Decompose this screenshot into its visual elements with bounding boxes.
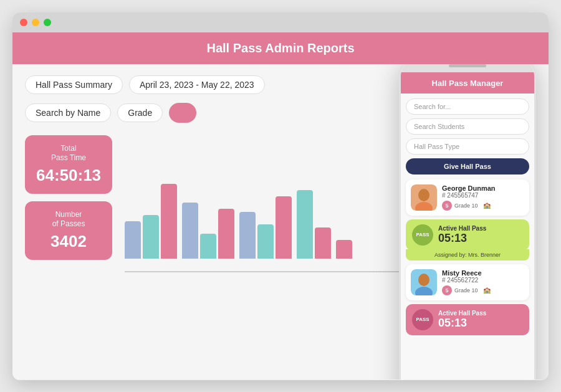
number-of-passes-card: Numberof Passes 3402 [25,201,112,260]
student-card-george[interactable]: George Dunman # 245565747 5 Grade 10 🏫 [406,179,529,216]
bar-group [125,184,177,259]
pass-card-pink: PASS Active Hall Pass 05:13 [406,304,529,335]
teal-bar [257,224,274,259]
total-pass-time-card: TotalPass Time 64:50:13 [25,135,112,194]
pink-bar [161,184,177,259]
app-header: Hall Pass Admin Reports [12,32,549,64]
phone-notch-bar [449,64,486,67]
browser-titlebar [12,12,549,32]
total-pass-time-value: 64:50:13 [36,166,101,185]
george-name: George Dunman [442,184,524,192]
number-of-passes-label: Numberof Passes [36,210,101,229]
stat-cards: TotalPass Time 64:50:13 Numberof Passes … [25,135,112,260]
misty-grade-badge: 5 [442,285,452,295]
pink-bar [336,240,352,259]
teal-bar [143,215,159,259]
pink-bar [276,196,292,259]
phone-search-students[interactable]: Search Students [406,118,529,135]
george-grade-badge: 5 [442,201,452,211]
pass-time-green: 05:13 [438,232,523,245]
minimize-dot[interactable] [32,19,39,26]
pink-bar [218,209,234,259]
phone-title: Hall Pass Manager [432,79,504,88]
misty-avatar [411,269,437,295]
number-of-passes-value: 3402 [36,232,101,251]
teal-bar [200,234,216,259]
fullscreen-dot[interactable] [44,19,51,26]
purple-bar [182,203,198,259]
teal-bar [297,190,313,259]
george-grade-text: Grade 10 [454,203,478,209]
misty-meta: 5 Grade 10 🏫 [442,285,524,295]
pass-time-pink: 05:13 [438,317,523,330]
grade-select[interactable]: Grade [117,103,163,122]
student-card-misty[interactable]: Misty Reece # 245562722 5 Grade 10 🏫 [406,264,529,300]
phone-hall-pass-type[interactable]: Hall Pass Type [406,138,529,155]
pass-info-green: Active Hall Pass 05:13 [438,225,523,245]
pass-badge-pink: PASS [412,309,433,330]
give-hall-pass-button[interactable]: Give Hall Pass [406,158,529,174]
bar-group [239,196,292,259]
pass-assigned-green: Assigned by: Mrs. Brenner [406,249,529,261]
george-id: # 245565747 [442,192,524,199]
color-filter[interactable] [169,103,196,123]
purple-bar [239,212,256,259]
svg-point-1 [418,189,429,201]
misty-info: Misty Reece # 245562722 5 Grade 10 🏫 [442,269,524,295]
misty-name: Misty Reece [442,269,524,277]
george-meta: 5 Grade 10 🏫 [442,201,524,211]
app-body: Hall Pass Summary April 23, 2023 - May 2… [12,64,549,380]
bar-group [182,203,234,259]
phone-overlay: Hall Pass Manager Search for... Search S… [399,64,536,380]
search-by-name[interactable]: Search by Name [25,103,111,122]
pass-info-pink: Active Hall Pass 05:13 [438,310,523,330]
svg-point-4 [418,274,429,286]
pass-badge-green: PASS [412,224,433,246]
george-avatar [411,184,437,211]
phone-header: Hall Pass Manager [401,72,534,93]
phone-notch [401,64,534,72]
purple-bar [125,221,141,259]
bar-group [297,190,331,259]
browser-window: Hall Pass Admin Reports Hall Pass Summar… [12,12,549,380]
pass-label-pink: Active Hall Pass [438,310,523,317]
bar-group [336,240,352,259]
phone-body: Search for... Search Students Hall Pass … [401,93,534,380]
app-title: Hall Pass Admin Reports [206,41,354,55]
pass-label-green: Active Hall Pass [438,225,523,232]
summary-tab[interactable]: Hall Pass Summary [25,75,123,94]
misty-id: # 245562722 [442,277,524,284]
total-pass-time-label: TotalPass Time [36,144,101,163]
george-info: George Dunman # 245565747 5 Grade 10 🏫 [442,184,524,211]
pink-bar [315,227,331,259]
misty-grade-text: Grade 10 [454,287,478,294]
phone-search-for[interactable]: Search for... [406,98,529,115]
close-dot[interactable] [20,19,27,26]
date-range: April 23, 2023 - May 22, 2023 [129,75,265,94]
pass-card-green: PASS Active Hall Pass 05:13 [406,219,529,251]
